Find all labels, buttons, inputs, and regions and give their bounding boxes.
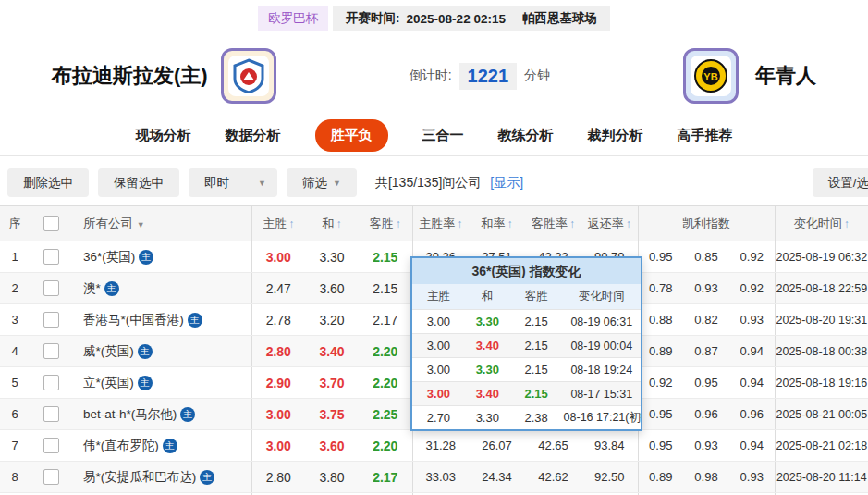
popup-row: 2.703.302.3808-16 17:21(初指) [412,406,641,430]
home-badge-icon: 主 [138,376,153,390]
company-cell[interactable]: 易*(安提瓜和巴布达)主 [72,462,251,493]
col-change-time[interactable]: 变化时间↑ [775,206,868,241]
col-away-label: 客胜 [370,217,394,230]
popup-draw-odds: 3.40 [465,382,510,406]
draw-rate-cell: 26.07 [469,430,525,462]
kelly-home-cell: 0.95 [638,430,683,462]
sort-up-icon: ↑ [396,217,401,230]
home-badge-icon: 主 [138,344,153,359]
sort-up-icon: ↑ [457,217,462,230]
row-checkbox[interactable] [43,249,59,265]
kelly-draw-cell: 0.93 [683,430,729,462]
row-checkbox[interactable] [43,312,59,328]
row-number: 1 [0,241,30,273]
row-checkbox[interactable] [43,469,59,485]
company-cell[interactable]: 伟*(直布罗陀)主 [72,430,251,462]
row-select [30,462,72,493]
home-odds-cell: 2.78 [251,304,305,336]
col-home-rate-label: 主胜率 [419,217,455,230]
home-team-name: 布拉迪斯拉发(主) [52,62,208,90]
row-checkbox[interactable] [43,438,59,453]
countdown-label: 倒计时: [410,68,452,84]
nav-tab-1[interactable]: 现场分析 [136,127,191,144]
nav-tab-6[interactable]: 裁判分析 [588,127,643,144]
popup-change-time: 08-18 19:24 [563,358,641,382]
col-home-odds[interactable]: 主胜↑ [251,206,305,241]
nav-tab-3[interactable]: 胜平负 [315,119,388,152]
col-return-rate[interactable]: 返还率↑ [581,206,638,241]
change-time-cell: 2025-08-18 00:38 [775,336,868,367]
col-company[interactable]: 所有公司 ▼ [72,206,251,241]
away-team-name: 年青人 [755,62,816,90]
away-odds-cell: 2.17 [359,304,412,336]
select-all-checkbox[interactable] [43,216,59,231]
team-header: 布拉迪斯拉发(主) 倒计时: 1221 分钟 YB [0,37,868,115]
toolbar: 删除选中 保留选中 即时 ▼ 筛选 ▼ 共[135/135]间公司 [显示] 设… [7,168,861,197]
col-draw-rate[interactable]: 和率↑ [469,206,525,241]
live-dropdown[interactable]: 即时 ▼ [189,168,277,197]
away-odds-cell: 2.15 [359,241,412,273]
row-number: 8 [0,462,30,493]
row-number: 6 [0,399,30,430]
row-checkbox[interactable] [43,280,59,296]
home-badge-icon: 主 [104,281,119,296]
col-away-odds[interactable]: 客胜↑ [359,206,412,241]
away-rate-cell: 42.65 [525,430,581,462]
col-draw-odds[interactable]: 和↑ [305,206,359,241]
change-time-cell: 2025-08-18 19:16 [775,367,868,399]
draw-odds-cell: 3.60 [305,430,359,462]
company-name: 立*(英国) [83,376,134,390]
col-home-rate[interactable]: 主胜率↑ [412,206,469,241]
col-select [30,206,72,241]
draw-odds-cell: 3.20 [305,304,359,336]
row-checkbox[interactable] [43,406,59,422]
popup-col-draw: 和 [465,284,510,310]
nav-tab-2[interactable]: 数据分析 [226,127,281,144]
row-select [30,430,72,462]
kickoff-time: 2025-08-22 02:15 [407,12,506,26]
company-cell[interactable]: 澳*主 [72,273,251,304]
delete-selected-button[interactable]: 删除选中 [7,168,89,197]
row-select [30,241,72,273]
home-badge-icon: 主 [188,313,202,328]
col-away-rate[interactable]: 客胜率↑ [525,206,581,241]
company-cell[interactable]: bet-at-h*(马尔他)主 [72,399,251,430]
popup-change-time: 08-17 15:31 [563,382,641,406]
filter-dropdown[interactable]: 筛选 ▼ [287,168,357,197]
popup-away-odds: 2.15 [510,358,563,382]
row-select [30,367,72,399]
show-link[interactable]: [显示] [490,175,523,192]
nav-tab-7[interactable]: 高手推荐 [678,127,733,144]
away-odds-cell: 2.17 [359,462,412,493]
keep-selected-button[interactable]: 保留选中 [98,168,179,197]
company-cell[interactable]: 立*(英国)主 [72,367,251,399]
company-cell[interactable]: 36*(英国)主 [72,241,251,273]
kelly-home-cell: 0.89 [638,336,683,367]
nav-tab-4[interactable]: 三合一 [422,127,464,144]
row-checkbox[interactable] [43,375,59,390]
countdown: 倒计时: 1221 分钟 [276,63,683,90]
away-odds-cell: 2.25 [359,399,412,430]
popup-header-row: 主胜 和 客胜 变化时间 [412,284,641,310]
kelly-draw-cell: 0.82 [683,304,729,336]
col-home-label: 主胜 [263,217,287,230]
popup-home-odds: 2.70 [412,406,465,430]
caret-down-icon: ▼ [258,179,266,188]
company-name: 易*(安提瓜和巴布达) [83,470,196,484]
company-name: 伟*(直布罗陀) [83,439,159,452]
away-rate-cell: 42.62 [525,462,581,493]
table-header-row: 序 所有公司 ▼ 主胜↑ 和↑ 客胜↑ 主胜率↑ 和率↑ 客胜率↑ 返还率↑ 凯… [0,206,868,241]
company-cell[interactable]: 香港马*(中国香港)主 [72,304,251,336]
kickoff-label: 开赛时间: [346,10,400,27]
popup-draw-odds: 3.30 [465,310,510,334]
draw-odds-cell: 3.70 [305,367,359,399]
home-odds-cell: 3.00 [251,399,305,430]
row-checkbox[interactable] [43,343,59,359]
home-badge-icon: 主 [163,439,177,453]
sort-up-icon: ↑ [844,217,850,230]
nav-tab-5[interactable]: 教练分析 [498,127,554,144]
settings-button[interactable]: 设置/选 [813,168,868,197]
col-company-label: 所有公司 [83,217,133,230]
home-team-logo-icon [221,48,276,104]
company-cell[interactable]: 威*(英国)主 [72,336,251,367]
